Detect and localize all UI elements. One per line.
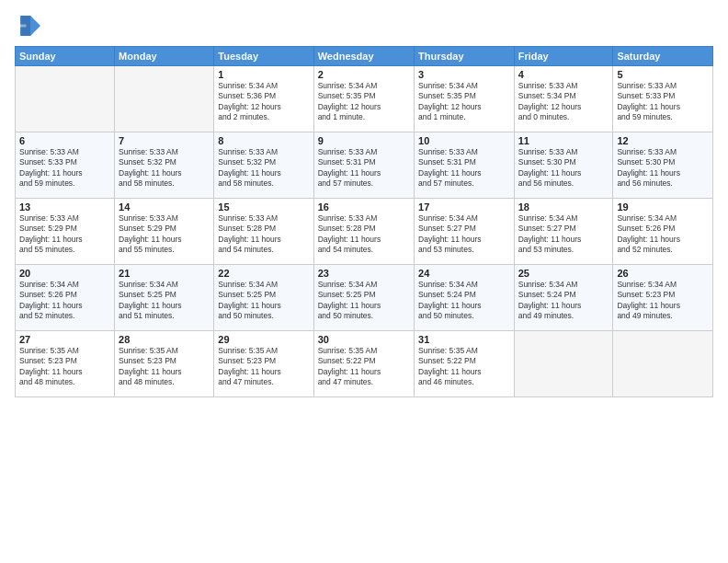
calendar-cell: 31Sunrise: 5:35 AM Sunset: 5:22 PM Dayli…: [415, 331, 515, 397]
week-row-3: 13Sunrise: 5:33 AM Sunset: 5:29 PM Dayli…: [16, 199, 713, 265]
calendar-cell: 23Sunrise: 5:34 AM Sunset: 5:25 PM Dayli…: [313, 265, 414, 331]
calendar-cell: 10Sunrise: 5:33 AM Sunset: 5:31 PM Dayli…: [415, 132, 515, 199]
day-info: Sunrise: 5:35 AM Sunset: 5:22 PM Dayligh…: [418, 346, 510, 388]
calendar-cell: 25Sunrise: 5:34 AM Sunset: 5:24 PM Dayli…: [514, 265, 613, 331]
calendar-cell: [115, 66, 214, 132]
day-info: Sunrise: 5:34 AM Sunset: 5:24 PM Dayligh…: [418, 280, 510, 322]
calendar-table: SundayMondayTuesdayWednesdayThursdayFrid…: [15, 46, 713, 397]
day-info: Sunrise: 5:35 AM Sunset: 5:22 PM Dayligh…: [318, 346, 410, 388]
day-info: Sunrise: 5:35 AM Sunset: 5:23 PM Dayligh…: [119, 346, 210, 388]
calendar-cell: 8Sunrise: 5:33 AM Sunset: 5:32 PM Daylig…: [214, 132, 313, 199]
day-info: Sunrise: 5:33 AM Sunset: 5:30 PM Dayligh…: [518, 147, 609, 190]
week-row-4: 20Sunrise: 5:34 AM Sunset: 5:26 PM Dayli…: [16, 265, 713, 331]
day-info: Sunrise: 5:33 AM Sunset: 5:29 PM Dayligh…: [119, 213, 210, 256]
day-info: Sunrise: 5:34 AM Sunset: 5:27 PM Dayligh…: [518, 213, 609, 256]
day-info: Sunrise: 5:33 AM Sunset: 5:28 PM Dayligh…: [318, 213, 410, 256]
day-number: 30: [318, 334, 410, 345]
calendar-cell: 1Sunrise: 5:34 AM Sunset: 5:36 PM Daylig…: [214, 66, 313, 132]
calendar-cell: 9Sunrise: 5:33 AM Sunset: 5:31 PM Daylig…: [313, 132, 414, 199]
day-info: Sunrise: 5:33 AM Sunset: 5:31 PM Dayligh…: [318, 147, 410, 190]
svg-marker-1: [20, 16, 30, 36]
calendar-cell: 17Sunrise: 5:34 AM Sunset: 5:27 PM Dayli…: [415, 199, 515, 265]
calendar-cell: [613, 331, 713, 397]
day-number: 14: [119, 201, 210, 213]
day-info: Sunrise: 5:33 AM Sunset: 5:29 PM Dayligh…: [19, 213, 110, 256]
calendar-cell: 3Sunrise: 5:34 AM Sunset: 5:35 PM Daylig…: [415, 66, 515, 132]
day-number: 8: [218, 135, 309, 146]
day-number: 7: [119, 135, 210, 146]
day-number: 25: [518, 268, 609, 279]
calendar-cell: 11Sunrise: 5:33 AM Sunset: 5:30 PM Dayli…: [514, 132, 613, 199]
day-info: Sunrise: 5:33 AM Sunset: 5:33 PM Dayligh…: [617, 81, 709, 123]
day-info: Sunrise: 5:35 AM Sunset: 5:23 PM Dayligh…: [19, 346, 110, 388]
day-info: Sunrise: 5:34 AM Sunset: 5:24 PM Dayligh…: [518, 280, 609, 322]
weekday-header-friday: Friday: [514, 47, 613, 66]
day-number: 3: [418, 69, 510, 80]
day-info: Sunrise: 5:33 AM Sunset: 5:28 PM Dayligh…: [218, 213, 309, 256]
day-number: 6: [19, 135, 110, 146]
day-number: 20: [19, 268, 110, 279]
day-number: 5: [617, 69, 709, 80]
day-number: 9: [318, 135, 410, 146]
calendar-cell: 22Sunrise: 5:34 AM Sunset: 5:25 PM Dayli…: [214, 265, 313, 331]
weekday-header-tuesday: Tuesday: [214, 47, 313, 66]
weekday-header-monday: Monday: [115, 47, 214, 66]
day-info: Sunrise: 5:34 AM Sunset: 5:25 PM Dayligh…: [318, 280, 410, 322]
calendar-cell: 19Sunrise: 5:34 AM Sunset: 5:26 PM Dayli…: [613, 199, 713, 265]
calendar-cell: 5Sunrise: 5:33 AM Sunset: 5:33 PM Daylig…: [613, 66, 713, 132]
calendar-cell: 6Sunrise: 5:33 AM Sunset: 5:33 PM Daylig…: [16, 132, 115, 199]
weekday-header-saturday: Saturday: [613, 47, 713, 66]
day-number: 11: [518, 135, 609, 146]
week-row-1: 1Sunrise: 5:34 AM Sunset: 5:36 PM Daylig…: [16, 66, 713, 132]
day-number: 15: [218, 201, 309, 213]
day-info: Sunrise: 5:34 AM Sunset: 5:36 PM Dayligh…: [218, 81, 309, 123]
day-number: 27: [19, 334, 110, 345]
weekday-header-thursday: Thursday: [415, 47, 515, 66]
day-number: 22: [218, 268, 309, 279]
day-number: 19: [617, 201, 709, 213]
page: SundayMondayTuesdayWednesdayThursdayFrid…: [0, 0, 728, 563]
day-number: 2: [318, 69, 410, 80]
day-number: 24: [418, 268, 510, 279]
day-info: Sunrise: 5:33 AM Sunset: 5:32 PM Dayligh…: [218, 147, 309, 190]
calendar-cell: 24Sunrise: 5:34 AM Sunset: 5:24 PM Dayli…: [415, 265, 515, 331]
weekday-header-sunday: Sunday: [16, 47, 115, 66]
day-info: Sunrise: 5:33 AM Sunset: 5:33 PM Dayligh…: [19, 147, 110, 190]
calendar-cell: 2Sunrise: 5:34 AM Sunset: 5:35 PM Daylig…: [313, 66, 414, 132]
calendar-cell: 27Sunrise: 5:35 AM Sunset: 5:23 PM Dayli…: [16, 331, 115, 397]
day-number: 12: [617, 135, 709, 146]
week-row-2: 6Sunrise: 5:33 AM Sunset: 5:33 PM Daylig…: [16, 132, 713, 199]
day-number: 31: [418, 334, 510, 345]
day-info: Sunrise: 5:33 AM Sunset: 5:31 PM Dayligh…: [418, 147, 510, 190]
day-number: 29: [218, 334, 309, 345]
day-info: Sunrise: 5:33 AM Sunset: 5:34 PM Dayligh…: [518, 81, 609, 123]
calendar-cell: 15Sunrise: 5:33 AM Sunset: 5:28 PM Dayli…: [214, 199, 313, 265]
day-number: 16: [318, 201, 410, 213]
calendar-cell: 7Sunrise: 5:33 AM Sunset: 5:32 PM Daylig…: [115, 132, 214, 199]
calendar-cell: 26Sunrise: 5:34 AM Sunset: 5:23 PM Dayli…: [613, 265, 713, 331]
day-number: 17: [418, 201, 510, 213]
calendar-cell: 28Sunrise: 5:35 AM Sunset: 5:23 PM Dayli…: [115, 331, 214, 397]
calendar-cell: 12Sunrise: 5:33 AM Sunset: 5:30 PM Dayli…: [613, 132, 713, 199]
weekday-header-wednesday: Wednesday: [313, 47, 414, 66]
day-info: Sunrise: 5:34 AM Sunset: 5:27 PM Dayligh…: [418, 213, 510, 256]
calendar-cell: 29Sunrise: 5:35 AM Sunset: 5:23 PM Dayli…: [214, 331, 313, 397]
calendar-cell: 13Sunrise: 5:33 AM Sunset: 5:29 PM Dayli…: [16, 199, 115, 265]
day-info: Sunrise: 5:33 AM Sunset: 5:32 PM Dayligh…: [119, 147, 210, 190]
day-info: Sunrise: 5:33 AM Sunset: 5:30 PM Dayligh…: [617, 147, 709, 190]
week-row-5: 27Sunrise: 5:35 AM Sunset: 5:23 PM Dayli…: [16, 331, 713, 397]
day-number: 4: [518, 69, 609, 80]
day-info: Sunrise: 5:34 AM Sunset: 5:26 PM Dayligh…: [19, 280, 110, 322]
day-number: 26: [617, 268, 709, 279]
logo-icon: [15, 13, 40, 39]
day-number: 21: [119, 268, 210, 279]
calendar-cell: 4Sunrise: 5:33 AM Sunset: 5:34 PM Daylig…: [514, 66, 613, 132]
day-info: Sunrise: 5:34 AM Sunset: 5:25 PM Dayligh…: [218, 280, 309, 322]
day-number: 23: [318, 268, 410, 279]
logo: [15, 13, 44, 39]
day-number: 28: [119, 334, 210, 345]
calendar-cell: 16Sunrise: 5:33 AM Sunset: 5:28 PM Dayli…: [313, 199, 414, 265]
day-number: 10: [418, 135, 510, 146]
calendar-cell: [16, 66, 115, 132]
calendar-cell: 21Sunrise: 5:34 AM Sunset: 5:25 PM Dayli…: [115, 265, 214, 331]
